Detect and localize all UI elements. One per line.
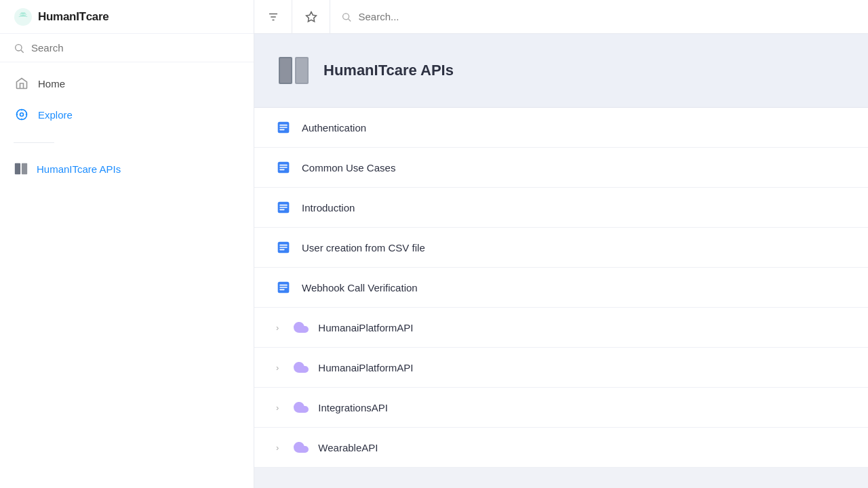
cloud-icon-2 — [292, 399, 310, 416]
doc-icon-1 — [276, 160, 291, 175]
sidebar-search-icon — [14, 43, 24, 54]
sidebar-search-input[interactable] — [31, 42, 240, 54]
svg-line-2 — [21, 50, 24, 53]
folder-item-0[interactable]: › HumanaiPlatformAPI — [254, 308, 868, 348]
svg-point-1 — [16, 44, 22, 50]
home-icon — [14, 75, 30, 92]
svg-rect-19 — [280, 58, 291, 83]
collection-header-icon — [276, 53, 311, 88]
main-area: HumanITcare APIs Authentication — [254, 0, 868, 488]
list-item-label-3: User creation from CSV file — [302, 242, 425, 253]
svg-rect-35 — [279, 247, 288, 248]
sidebar-item-home[interactable]: Home — [0, 68, 254, 99]
toolbar-search-area[interactable] — [330, 11, 868, 22]
svg-rect-9 — [15, 163, 20, 175]
list-item-label-0: Authentication — [302, 122, 366, 134]
list-item-label-2: Introduction — [302, 202, 355, 214]
toolbar-search-icon — [341, 12, 351, 22]
filter-icon — [267, 11, 279, 23]
logo-text: HumanITcare — [38, 10, 108, 24]
folder-item-1[interactable]: › HumanaiPlatformAPI — [254, 348, 868, 388]
list-item[interactable]: Webhook Call Verification — [254, 268, 868, 308]
svg-rect-20 — [296, 58, 307, 83]
sidebar-collection-label: HumanITcare APIs — [37, 163, 121, 175]
folder-item-3[interactable]: › WearableAPI — [254, 428, 868, 468]
svg-rect-30 — [279, 205, 288, 206]
list-item[interactable]: User creation from CSV file — [254, 228, 868, 268]
explore-icon — [14, 106, 30, 123]
doc-icon-4 — [276, 280, 291, 295]
folder-item-label-2: IntegrationsAPI — [318, 402, 388, 413]
svg-point-15 — [343, 13, 349, 19]
doc-icon-0 — [276, 120, 291, 135]
logo-area: HumanITcare — [0, 0, 254, 34]
list-item[interactable]: Common Use Cases — [254, 148, 868, 188]
svg-rect-24 — [279, 129, 285, 131]
folder-item-label-0: HumanaiPlatformAPI — [318, 322, 413, 333]
sidebar-collection-humanitcare-apis[interactable]: HumanITcare APIs — [0, 154, 254, 184]
list-item-label-1: Common Use Cases — [302, 162, 395, 174]
cloud-icon-0 — [292, 319, 310, 336]
chevron-icon-2: › — [276, 403, 279, 413]
svg-rect-39 — [279, 287, 288, 288]
toolbar-search-input[interactable] — [358, 11, 857, 22]
sidebar-item-explore[interactable]: Explore — [0, 99, 254, 130]
filter-button[interactable] — [254, 0, 292, 34]
svg-rect-22 — [279, 125, 288, 126]
items-list: Authentication Common Use Cases — [254, 108, 868, 468]
svg-line-16 — [349, 18, 351, 21]
folder-item-2[interactable]: › IntegrationsAPI — [254, 388, 868, 428]
svg-rect-36 — [279, 249, 285, 251]
chevron-icon-3: › — [276, 443, 279, 453]
content-area: HumanITcare APIs Authentication — [254, 34, 868, 488]
sidebar-item-home-label: Home — [38, 78, 65, 89]
svg-rect-10 — [22, 163, 27, 175]
sidebar-collections: HumanITcare APIs — [0, 150, 254, 188]
svg-rect-31 — [279, 207, 288, 208]
svg-point-4 — [20, 113, 24, 117]
svg-rect-26 — [279, 165, 288, 166]
svg-rect-28 — [279, 169, 285, 171]
list-item[interactable]: Authentication — [254, 108, 868, 148]
chevron-icon-1: › — [276, 363, 279, 373]
star-icon — [305, 11, 317, 23]
svg-rect-34 — [279, 245, 288, 246]
folder-item-label-3: WearableAPI — [318, 442, 378, 453]
chevron-icon-0: › — [276, 323, 279, 333]
collection-header-title: HumanITcare APIs — [323, 62, 454, 79]
svg-rect-32 — [279, 209, 285, 211]
cloud-icon-3 — [292, 439, 310, 456]
svg-point-0 — [14, 8, 32, 26]
svg-rect-38 — [279, 285, 288, 286]
svg-rect-40 — [279, 289, 285, 291]
star-button[interactable] — [292, 0, 330, 34]
svg-marker-14 — [306, 12, 316, 21]
svg-rect-27 — [279, 167, 288, 168]
logo-icon — [14, 7, 33, 26]
svg-rect-23 — [279, 127, 288, 128]
folder-item-label-1: HumanaiPlatformAPI — [318, 362, 413, 373]
list-item[interactable]: Introduction — [254, 188, 868, 228]
svg-point-3 — [17, 110, 27, 120]
cloud-icon-1 — [292, 359, 310, 376]
sidebar-divider — [14, 142, 54, 143]
sidebar-search-area[interactable] — [0, 34, 254, 62]
sidebar: HumanITcare Home — [0, 0, 254, 488]
doc-icon-3 — [276, 240, 291, 255]
sidebar-item-explore-label: Explore — [38, 109, 73, 121]
toolbar — [254, 0, 868, 34]
sidebar-nav: Home Explore — [0, 62, 254, 136]
collection-header: HumanITcare APIs — [254, 34, 868, 108]
doc-icon-2 — [276, 200, 291, 215]
collection-book-icon — [14, 161, 28, 176]
list-item-label-4: Webhook Call Verification — [302, 282, 418, 293]
